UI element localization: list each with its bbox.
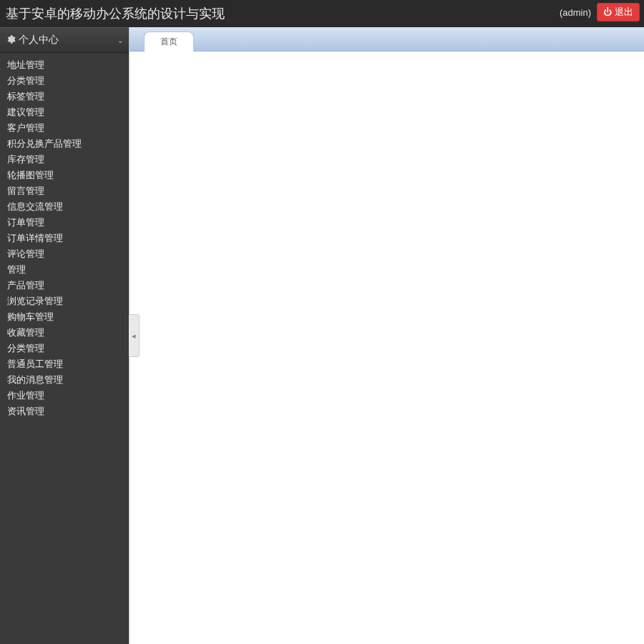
header-right: (admin) ⏻ 退出: [560, 3, 640, 21]
sidebar-item-label: 信息交流管理: [7, 201, 63, 212]
sidebar-item[interactable]: 积分兑换产品管理: [0, 136, 129, 152]
chevron-left-icon: ◂: [132, 331, 136, 341]
sidebar-item[interactable]: 我的消息管理: [0, 372, 129, 388]
sidebar-item[interactable]: 库存管理: [0, 152, 129, 167]
sidebar-item[interactable]: 地址管理: [0, 57, 129, 73]
sidebar-item-label: 建议管理: [7, 107, 44, 117]
sidebar-item[interactable]: 产品管理: [0, 278, 129, 293]
sidebar-item[interactable]: 普通员工管理: [0, 356, 129, 372]
sidebar-item-label: 留言管理: [7, 185, 44, 196]
sidebar-item[interactable]: 购物车管理: [0, 309, 129, 325]
sidebar-item-label: 分类管理: [7, 343, 44, 353]
accordion-title-label: 个人中心: [19, 34, 59, 47]
sidebar-item[interactable]: 收藏管理: [0, 325, 129, 341]
sidebar-item[interactable]: 留言管理: [0, 183, 129, 199]
sidebar-item-label: 普通员工管理: [7, 358, 63, 369]
tab-strip: 首页: [130, 27, 644, 52]
sidebar-list: 地址管理分类管理标签管理建议管理客户管理积分兑换产品管理库存管理轮播图管理留言管…: [0, 53, 129, 424]
sidebar-item[interactable]: 信息交流管理: [0, 199, 129, 215]
current-user-label: (admin): [560, 7, 591, 18]
logout-button-label: 退出: [615, 6, 633, 19]
sidebar-item[interactable]: 浏览记录管理: [0, 293, 129, 309]
app-title: 基于安卓的移动办公系统的设计与实现: [6, 5, 225, 22]
sidebar-item-label: 积分兑换产品管理: [7, 138, 82, 149]
sidebar-item-label: 订单管理: [7, 217, 44, 228]
sidebar-item-label: 轮播图管理: [7, 170, 54, 180]
sidebar-item-label: 订单详情管理: [7, 233, 63, 243]
gears-icon: [6, 34, 16, 47]
logout-button[interactable]: ⏻ 退出: [597, 3, 640, 21]
sidebar-item-label: 收藏管理: [7, 327, 44, 338]
sidebar-item-label: 购物车管理: [7, 311, 54, 322]
power-icon: ⏻: [603, 8, 612, 16]
sidebar: 个人中心 ⌄ 地址管理分类管理标签管理建议管理客户管理积分兑换产品管理库存管理轮…: [0, 27, 129, 644]
sidebar-item[interactable]: 客户管理: [0, 120, 129, 136]
body-wrap: 个人中心 ⌄ 地址管理分类管理标签管理建议管理客户管理积分兑换产品管理库存管理轮…: [0, 27, 644, 644]
sidebar-item[interactable]: 分类管理: [0, 341, 129, 356]
sidebar-item-label: 我的消息管理: [7, 374, 63, 385]
sidebar-item-label: 库存管理: [7, 154, 44, 165]
sidebar-item[interactable]: 分类管理: [0, 73, 129, 89]
accordion-header-personal[interactable]: 个人中心 ⌄: [0, 27, 129, 53]
sidebar-item-label: 作业管理: [7, 390, 44, 401]
content-area: [130, 52, 644, 644]
sidebar-collapse-handle[interactable]: ◂: [129, 314, 140, 357]
sidebar-item-label: 产品管理: [7, 280, 44, 291]
sidebar-item[interactable]: 作业管理: [0, 388, 129, 404]
header-bar: 基于安卓的移动办公系统的设计与实现 (admin) ⏻ 退出: [0, 0, 644, 27]
main-area: 首页 ◂: [129, 27, 644, 644]
sidebar-item[interactable]: 订单详情管理: [0, 230, 129, 246]
sidebar-item-label: 管理: [7, 264, 26, 275]
chevron-down-icon: ⌄: [117, 36, 123, 44]
sidebar-item-label: 客户管理: [7, 122, 44, 133]
sidebar-item[interactable]: 订单管理: [0, 215, 129, 230]
sidebar-item[interactable]: 建议管理: [0, 104, 129, 120]
sidebar-item-label: 分类管理: [7, 75, 44, 86]
sidebar-item[interactable]: 标签管理: [0, 89, 129, 104]
tab-home-label: 首页: [160, 36, 177, 48]
sidebar-item-label: 评论管理: [7, 248, 44, 259]
sidebar-item-label: 资讯管理: [7, 406, 44, 416]
tab-home[interactable]: 首页: [144, 31, 194, 52]
sidebar-item[interactable]: 评论管理: [0, 246, 129, 262]
sidebar-item[interactable]: 管理: [0, 262, 129, 278]
sidebar-item-label: 浏览记录管理: [7, 296, 63, 306]
sidebar-item-label: 地址管理: [7, 59, 44, 70]
sidebar-item[interactable]: 资讯管理: [0, 404, 129, 419]
sidebar-item[interactable]: 轮播图管理: [0, 167, 129, 183]
sidebar-item-label: 标签管理: [7, 91, 44, 102]
